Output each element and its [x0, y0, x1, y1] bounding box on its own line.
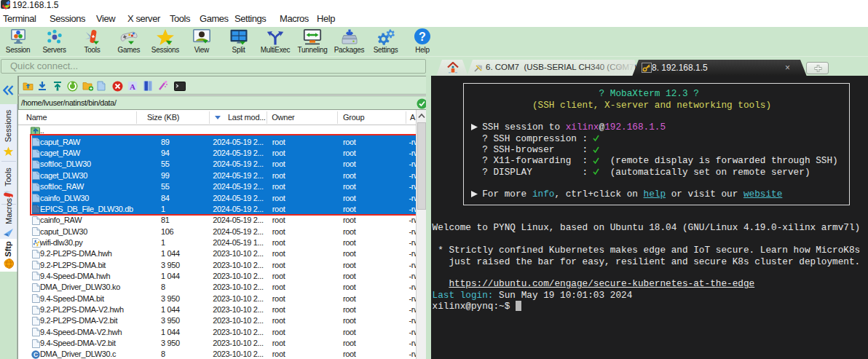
svg-text:?: ? [419, 31, 426, 43]
svg-text:C: C [33, 351, 38, 358]
svg-text:A: A [130, 82, 135, 91]
